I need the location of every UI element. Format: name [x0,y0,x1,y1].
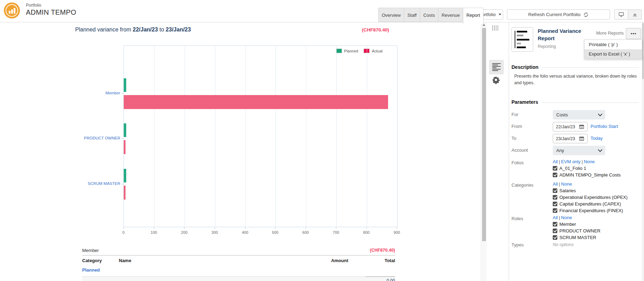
portfolio-start-link[interactable]: Portfolio Start [591,122,618,131]
table-section-planned[interactable]: Planned [82,265,395,276]
category-label: PRODUCT OWNER [70,136,120,140]
categories-link-none[interactable]: None [561,181,572,187]
x-axis-tick [275,227,276,229]
panel-scrollbar-thumb[interactable] [642,23,644,79]
checkbox-label: A_01_Folio 1 [559,166,586,171]
checkbox-label: Capital Expenditures (CAPEX) [559,201,621,207]
parameters-title: Parameters [511,99,538,105]
checkbox-row: Member [553,222,600,227]
checkbox[interactable] [553,208,557,213]
drag-grip-icon[interactable] [492,25,498,31]
checkbox[interactable] [553,166,557,171]
more-reports-button[interactable]: ••• [626,28,641,39]
report-sidebar: Planned Variance Report Reporting More R… [509,22,642,281]
x-axis-label: 100 [149,230,159,235]
to-label: To [511,134,553,143]
report-details-tool[interactable] [489,60,504,74]
total-rule [365,276,395,277]
from-date-field[interactable] [553,122,588,131]
column-header-amount: Amount [296,258,348,263]
menu-item-printable[interactable]: Printable ( 'p' ) [585,40,642,49]
presentation-mode-button[interactable] [614,9,628,20]
main-scrollbar[interactable] [481,22,487,281]
caret-down-icon [499,14,501,15]
tab-revenue[interactable]: Revenue [438,8,463,22]
column-header-total: Total [348,258,395,263]
checkbox[interactable] [553,195,557,200]
x-axis-label: 300 [209,230,220,235]
checkbox-row: Financial Expenditures (FINEX) [553,208,628,213]
checkbox[interactable] [553,188,557,193]
x-axis-label: 400 [240,230,250,235]
tab-costs[interactable]: Costs [420,8,438,22]
folios-link-all[interactable]: All [553,159,558,164]
from-date-input[interactable] [553,124,578,129]
categories-link-all[interactable]: All [553,181,558,187]
tab-bar: OverviewStaffCostsRevenueReport [378,8,484,24]
category-tick [121,138,123,139]
separator: | [558,159,561,164]
checkbox[interactable] [553,229,557,233]
legend-label: Actual [372,49,382,53]
header-icon-buttons [614,9,642,20]
for-label: For [511,110,553,120]
more-reports-menu: Printable ( 'p' )Export to Excel ( 'x' ) [584,39,642,59]
scrollbar-up-arrow[interactable] [482,24,485,26]
description-text: Presents the folio versus actual varianc… [514,73,637,87]
x-axis-label: 900 [392,230,402,235]
detail-table: Member (CHF870.40) CategoryNameAmountTot… [82,248,395,281]
checkbox[interactable] [553,202,557,206]
separator: | [558,181,561,187]
settings-gear-icon[interactable] [492,75,500,86]
bar-planned-scrum-master [124,169,126,182]
for-select[interactable]: Costs [553,110,605,120]
types-empty-text: No options [553,240,574,247]
bar-chart-icon [11,9,13,14]
scrollbar-thumb[interactable] [482,28,486,241]
report-category: Reporting [538,44,556,49]
account-select[interactable]: Any [553,146,605,155]
checkbox[interactable] [553,222,557,226]
group-label: Member [82,248,99,253]
variance-total: (CHF870.40) [362,27,389,33]
collapse-header-button[interactable] [628,9,642,20]
tab-overview[interactable]: Overview [378,8,404,22]
categories-quick-links: All|None [553,181,628,187]
side-toolbar [487,22,509,281]
roles-link-all[interactable]: All [553,215,558,220]
x-axis-label: 200 [179,230,189,235]
to-date-field[interactable] [553,134,588,143]
x-axis-tick [336,227,336,229]
account-select-value: Any [556,148,564,153]
x-axis-label: 700 [331,230,341,235]
menu-item-export[interactable]: Export to Excel ( 'x' ) [585,49,642,59]
gridline [367,46,367,227]
legend-swatch [336,49,342,53]
checkbox[interactable] [553,173,557,177]
bar-chart-icon [9,11,10,14]
to-date-input[interactable] [553,136,578,141]
roles-link-none[interactable]: None [561,215,572,220]
separator: | [580,159,584,164]
today-link[interactable]: Today [591,134,603,143]
tab-staff[interactable]: Staff [404,8,420,22]
folios-link-none[interactable]: None [584,159,595,164]
x-axis-label: 800 [361,230,372,235]
chevron-down-icon [598,147,602,152]
more-reports-label[interactable]: More Reports [594,30,624,36]
panel-scrollbar[interactable] [642,22,644,281]
report-content: Planned variance from 22/Jan/23 to 23/Ja… [0,22,481,281]
calendar-icon[interactable] [579,136,584,141]
checkbox[interactable] [553,235,557,240]
table-divider [82,276,395,277]
folios-link-evm-only[interactable]: EVM only [561,159,581,164]
refresh-portfolio-button[interactable]: Refresh Current Portfolio [507,9,610,20]
tab-report[interactable]: Report [463,8,484,24]
folios-label: Folios [511,158,553,178]
column-header-name: Name [119,258,296,263]
categories-label: Categories [511,181,553,213]
gridline [215,46,215,227]
bar-chart-icon [14,8,15,14]
calendar-icon[interactable] [579,124,584,129]
categories-checkbox-list: SalariesOperational Expenditures (OPEX)C… [553,188,628,213]
